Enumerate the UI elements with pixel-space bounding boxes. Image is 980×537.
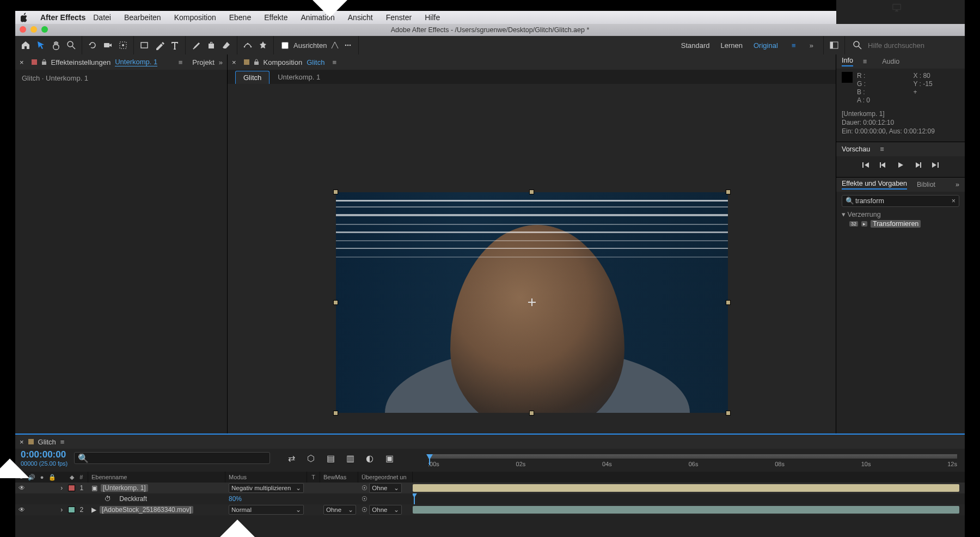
playhead[interactable] bbox=[429, 454, 430, 465]
solo-column-icon[interactable]: ● bbox=[39, 474, 45, 480]
tab-label[interactable]: Effekteinstellungen bbox=[51, 58, 111, 66]
menu-fenster[interactable]: Fenster bbox=[386, 13, 412, 22]
clear-search-icon[interactable]: × bbox=[952, 197, 955, 205]
menu-bearbeiten[interactable]: Bearbeiten bbox=[124, 13, 161, 22]
selection-tool-icon[interactable] bbox=[36, 40, 46, 50]
lock-icon[interactable] bbox=[254, 59, 259, 65]
parent-dropdown[interactable]: Ohne bbox=[369, 505, 402, 515]
camera-tool-icon[interactable] bbox=[103, 40, 113, 50]
brush-tool-icon[interactable] bbox=[191, 40, 201, 50]
project-tab[interactable]: Projekt bbox=[192, 58, 214, 66]
resize-handle[interactable] bbox=[726, 300, 731, 305]
resize-handle[interactable] bbox=[726, 190, 731, 194]
roto-tool-icon[interactable] bbox=[243, 40, 253, 50]
parent-pickwhip-icon[interactable]: ☉ bbox=[362, 506, 367, 514]
align-checkbox[interactable] bbox=[281, 42, 289, 49]
workspace-overflow-icon[interactable]: » bbox=[810, 41, 813, 50]
anchor-point-icon[interactable] bbox=[528, 298, 536, 306]
resize-handle[interactable] bbox=[726, 411, 731, 416]
layer-row[interactable]: 👁›2 ▶[AdobeStock_251863340.mov] Normal O… bbox=[15, 504, 965, 515]
playhead[interactable] bbox=[414, 493, 415, 504]
layer-color-chip[interactable] bbox=[68, 507, 75, 513]
hand-tool-icon[interactable] bbox=[51, 40, 61, 50]
last-frame-icon[interactable] bbox=[931, 161, 940, 169]
menu-hilfe[interactable]: Hilfe bbox=[425, 13, 440, 22]
fx-item-transformieren[interactable]: 32 ▸ Transformieren bbox=[849, 220, 959, 228]
parent-dropdown[interactable]: Ohne bbox=[369, 483, 402, 493]
close-window-button[interactable] bbox=[20, 26, 26, 33]
effects-presets-tab[interactable]: Effekte und Vorgaben bbox=[842, 180, 907, 190]
puppet-tool-icon[interactable] bbox=[258, 40, 268, 50]
resize-handle[interactable] bbox=[529, 190, 534, 194]
help-search-input[interactable] bbox=[867, 41, 954, 50]
draft3d-icon[interactable]: ⬡ bbox=[306, 453, 316, 463]
menu-effekte[interactable]: Effekte bbox=[264, 13, 287, 22]
clone-tool-icon[interactable] bbox=[206, 40, 216, 50]
parent-pickwhip-icon[interactable]: ☉ bbox=[362, 484, 367, 492]
overflow-icon[interactable]: » bbox=[955, 181, 959, 188]
frame-blend-icon[interactable]: ▥ bbox=[345, 453, 355, 463]
panel-toggle-icon[interactable] bbox=[829, 40, 839, 50]
menu-ebene[interactable]: Ebene bbox=[229, 13, 251, 22]
workspace-menu-icon[interactable]: ≡ bbox=[789, 40, 799, 50]
workspace-lernen[interactable]: Lernen bbox=[720, 41, 742, 50]
layer-bar[interactable] bbox=[413, 506, 959, 514]
property-row[interactable]: ⏱ Deckkraft 80% ☉ bbox=[15, 493, 965, 504]
libraries-tab[interactable]: Bibliot bbox=[917, 181, 935, 188]
layer-name[interactable]: [AdobeStock_251863340.mov] bbox=[100, 506, 193, 514]
minimize-window-button[interactable] bbox=[30, 26, 37, 33]
blend-mode-dropdown[interactable]: Normal bbox=[229, 505, 304, 515]
snap-icon[interactable] bbox=[330, 40, 340, 50]
resize-handle[interactable] bbox=[333, 300, 338, 305]
audio-tab[interactable]: Audio bbox=[882, 58, 899, 65]
panel-menu-icon[interactable]: ≡ bbox=[863, 58, 867, 65]
info-tab[interactable]: Info bbox=[842, 57, 853, 66]
snap-options-icon[interactable] bbox=[343, 40, 353, 50]
first-frame-icon[interactable] bbox=[861, 161, 870, 169]
time-ruler[interactable]: :00s 02s 04s 06s 08s 10s 12s bbox=[428, 454, 957, 465]
resize-handle[interactable] bbox=[529, 411, 534, 416]
tab-comp-link[interactable]: Unterkomp. 1 bbox=[115, 58, 157, 66]
label-column-icon[interactable]: ◆ bbox=[69, 474, 75, 481]
next-frame-icon[interactable] bbox=[914, 161, 922, 169]
stopwatch-icon[interactable]: ⏱ bbox=[105, 495, 111, 503]
menu-komposition[interactable]: Komposition bbox=[174, 13, 216, 22]
rect-tool-icon[interactable] bbox=[139, 40, 149, 50]
panel-menu-icon[interactable]: ≡ bbox=[880, 145, 884, 153]
workspace-original[interactable]: Original bbox=[754, 41, 778, 50]
canvas[interactable] bbox=[336, 192, 728, 413]
panel-menu-icon[interactable]: ≡ bbox=[332, 58, 336, 66]
timeline-tab-name[interactable]: Glitch bbox=[38, 438, 56, 446]
col-mode[interactable]: Modus bbox=[225, 472, 307, 483]
resize-handle[interactable] bbox=[333, 411, 338, 416]
blend-mode-dropdown[interactable]: Negativ multiplizieren bbox=[229, 483, 304, 493]
app-name[interactable]: After Effects bbox=[40, 13, 85, 22]
workspace-standard[interactable]: Standard bbox=[681, 41, 710, 50]
resize-handle[interactable] bbox=[333, 190, 338, 194]
zoom-window-button[interactable] bbox=[41, 26, 48, 33]
tab-comp-link[interactable]: Glitch bbox=[307, 58, 324, 66]
menu-datei[interactable]: Datei bbox=[93, 13, 111, 22]
prev-frame-icon[interactable] bbox=[879, 161, 887, 169]
comp-mini-flow-icon[interactable]: ⇄ bbox=[286, 453, 296, 463]
property-value[interactable]: 80% bbox=[229, 495, 242, 503]
lock-column-icon[interactable]: 🔒 bbox=[48, 474, 56, 481]
timeline-search-input[interactable] bbox=[89, 454, 266, 462]
expression-pickwhip-icon[interactable]: ☉ bbox=[362, 495, 367, 503]
eraser-tool-icon[interactable] bbox=[222, 40, 231, 50]
panel-menu-icon[interactable]: ≡ bbox=[60, 438, 65, 446]
tab-label[interactable]: Komposition bbox=[264, 58, 303, 66]
menu-ansicht[interactable]: Ansicht bbox=[348, 13, 373, 22]
airplay-icon[interactable] bbox=[892, 3, 902, 13]
type-tool-icon[interactable] bbox=[170, 40, 180, 50]
play-icon[interactable] bbox=[896, 161, 905, 169]
graph-editor-icon[interactable]: ▣ bbox=[384, 453, 394, 463]
close-tab-icon[interactable]: × bbox=[232, 58, 236, 66]
effects-search[interactable]: 🔍 × bbox=[842, 195, 959, 207]
traffic-lights[interactable] bbox=[20, 26, 48, 33]
lock-icon[interactable] bbox=[41, 59, 47, 65]
layer-color-chip[interactable] bbox=[68, 485, 75, 491]
comp-subtab-glitch[interactable]: Glitch bbox=[235, 71, 270, 84]
fx-category-verzerrung[interactable]: ▾ Verzerrung bbox=[842, 210, 959, 218]
apple-icon[interactable] bbox=[21, 11, 33, 23]
